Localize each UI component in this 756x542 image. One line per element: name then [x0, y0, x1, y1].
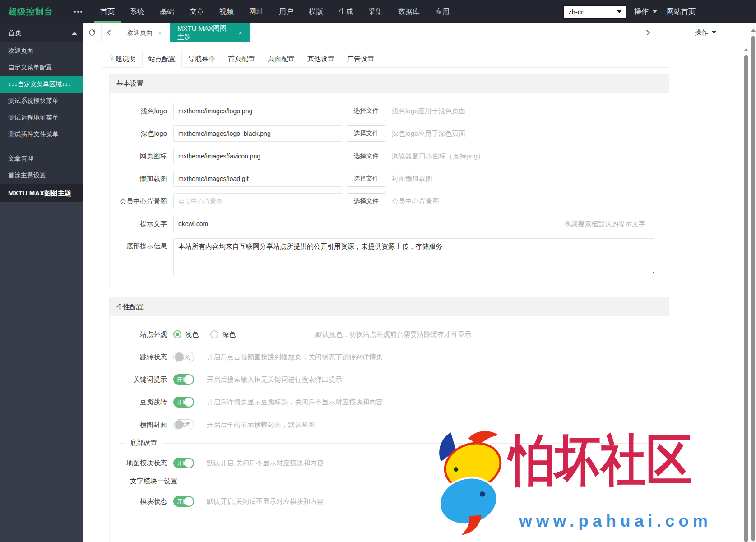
content-tab-ad-settings[interactable]: 广告设置: [341, 50, 380, 68]
forward-button[interactable]: [638, 23, 656, 42]
field-hint: 开启后搜索输入框无关键词进行搜索弹出提示: [207, 375, 342, 384]
choose-file-button[interactable]: 选择文件: [347, 193, 385, 209]
outer-scrollbar[interactable]: [751, 23, 756, 542]
choose-file-button[interactable]: 选择文件: [347, 171, 385, 187]
top-nav-item-system[interactable]: 系统: [122, 0, 152, 23]
jump-state-toggle[interactable]: 关闭: [173, 352, 194, 362]
sidebar-header[interactable]: 首页: [0, 23, 83, 42]
field-label: 跳转状态: [110, 353, 173, 361]
refresh-icon: [88, 28, 96, 37]
light-logo-input[interactable]: [173, 103, 342, 119]
choose-file-button[interactable]: 选择文件: [347, 125, 385, 142]
form-row-appearance: 站点外观 浅色 深色 默认浅色，切换站点外观前台需要清除缓存才可显示: [110, 326, 669, 343]
radio-dark-appearance[interactable]: [210, 330, 218, 338]
horizontal-cover-toggle[interactable]: 关闭: [173, 419, 194, 430]
map-module-toggle[interactable]: 开启: [173, 458, 194, 468]
tab-label: 欢迎页面: [127, 29, 153, 37]
field-label: 关键词提示: [110, 375, 173, 384]
footer-info-textarea[interactable]: 本站所有内容均来自互联网分享站点所提供的公开引用资源，未提供资源上传，存储服务: [173, 238, 654, 276]
caret-down-icon: [653, 10, 657, 13]
field-hint: 开启后全站显示横幅封面，默认竖图: [207, 421, 315, 429]
close-icon[interactable]: ×: [238, 29, 242, 37]
field-label: 网页图标: [110, 152, 173, 161]
tab-welcome-page[interactable]: 欢迎页面 ×: [119, 23, 170, 42]
toggle-knob: [175, 420, 184, 429]
sidebar-item-shoutu-theme[interactable]: 首涂主题设置: [0, 167, 83, 184]
sidebar-item-test-remote-url[interactable]: 测试远程地址菜单: [0, 109, 83, 126]
top-nav-item-basic[interactable]: 基础: [152, 0, 182, 23]
sidebar-item-mxtu-theme[interactable]: MXTU MAX图图主题: [0, 184, 83, 202]
field-label: 横图封面: [110, 421, 173, 429]
sidebar-item-welcome[interactable]: 欢迎页面: [0, 42, 83, 59]
field-hint: 浏览器窗口小图标（支持png）: [392, 152, 484, 161]
top-nav-item-generate[interactable]: 生成: [331, 0, 361, 23]
tabbar-action-dropdown[interactable]: 操作: [695, 23, 716, 42]
member-bg-input[interactable]: [173, 193, 342, 209]
scroll-up-arrow-icon[interactable]: [744, 48, 748, 51]
field-label: 浅色logo: [110, 107, 173, 116]
chevron-down-icon: [617, 10, 621, 13]
back-button[interactable]: [101, 23, 118, 42]
scrollbar-thumb[interactable]: [744, 55, 748, 542]
content-tab-theme-info[interactable]: 主题说明: [102, 50, 142, 68]
sidebar-menu: 欢迎页面 自定义菜单配置 ↓↓↓自定义菜单区域↓↓↓ 测试系统模块菜单 测试远程…: [0, 42, 83, 202]
fieldset-footer-settings: 底部设置: [119, 443, 660, 444]
content-tab-home-config[interactable]: 首页配置: [222, 50, 261, 68]
chevron-left-icon: [107, 30, 113, 36]
sidebar-item-test-system-module[interactable]: 测试系统模块菜单: [0, 93, 83, 109]
sidebar-item-custom-menu-config[interactable]: 自定义菜单配置: [0, 59, 83, 76]
douban-jump-toggle[interactable]: 开启: [173, 397, 194, 408]
top-nav-item-collect[interactable]: 采集: [361, 0, 390, 23]
topbar-action-label: 操作: [634, 7, 649, 17]
chevron-up-icon: [72, 32, 77, 35]
content-tab-site-config[interactable]: 站点配置: [142, 50, 182, 68]
form-row-map-module: 地图模块状态 开启 默认开启,关闭后不显示对应模块和内容: [110, 455, 669, 471]
tab-strip: 欢迎页面 × MXTU MAX图图主题 × 操作: [83, 23, 756, 42]
close-icon[interactable]: ×: [158, 29, 162, 37]
tip-text-input[interactable]: [173, 216, 385, 232]
fieldset-text-module-settings: 文字模块一设置: [119, 482, 660, 482]
field-hint: 会员中心背景图: [392, 197, 439, 206]
content-tab-page-config[interactable]: 页面配置: [261, 50, 301, 68]
tab-mxtu-theme[interactable]: MXTU MAX图图主题 ×: [170, 23, 250, 42]
more-menu-icon[interactable]: [74, 11, 82, 13]
module-state-toggle[interactable]: 开启: [173, 496, 194, 507]
sidebar-item-custom-menu-area[interactable]: ↓↓↓自定义菜单区域↓↓↓: [0, 76, 83, 93]
top-navbar: 超级控制台 首页 系统 基础 文章 视频 网址 用户 模版 生成 采集 数据库 …: [0, 0, 756, 23]
refresh-button[interactable]: [83, 23, 101, 42]
scrollbar-thumb[interactable]: [751, 36, 755, 541]
field-hint: 默认开启,关闭后不显示对应模块和内容: [207, 459, 324, 468]
form-row-module-state: 模块状态 开启 默认开启,关闭后不显示对应模块和内容: [110, 493, 669, 510]
favicon-input[interactable]: [173, 148, 342, 164]
choose-file-button[interactable]: 选择文件: [347, 103, 385, 119]
scroll-up-arrow-icon[interactable]: [751, 29, 756, 32]
top-nav-item-database[interactable]: 数据库: [390, 0, 427, 23]
tabbar-action-label: 操作: [695, 28, 708, 37]
choose-file-button[interactable]: 选择文件: [347, 148, 385, 164]
topbar-action-dropdown[interactable]: 操作: [634, 0, 657, 23]
content-tab-other-settings[interactable]: 其他设置: [301, 50, 341, 68]
lazyload-input[interactable]: [173, 171, 342, 187]
top-nav-item-video[interactable]: 视频: [212, 0, 241, 23]
field-hint: 开启后点击视频直接跳到播放页，关闭状态下跳转到详情页: [207, 353, 383, 361]
toggle-knob: [184, 497, 193, 506]
top-nav-item-app[interactable]: 应用: [427, 0, 457, 23]
content-tabs: 主题说明 站点配置 导航菜单 首页配置 页面配置 其他设置 广告设置: [102, 50, 669, 68]
top-nav-item-url[interactable]: 网址: [241, 0, 271, 23]
field-label: 深色logo: [110, 130, 173, 138]
sidebar-item-article-manage[interactable]: 文章管理: [0, 150, 83, 167]
top-nav-item-template[interactable]: 模版: [301, 0, 331, 23]
site-home-link[interactable]: 网站首页: [667, 0, 696, 23]
form-row-keyword-tip: 关键词提示 开启 开启后搜索输入框无关键词进行搜索弹出提示: [110, 371, 669, 388]
top-nav-item-home[interactable]: 首页: [93, 0, 122, 23]
keyword-tip-toggle[interactable]: 开启: [173, 374, 194, 385]
dark-logo-input[interactable]: [173, 125, 342, 142]
field-label: 懒加载图: [110, 175, 173, 183]
language-select[interactable]: zh-cn: [563, 5, 626, 19]
content-tab-nav-menu[interactable]: 导航菜单: [182, 50, 222, 68]
inner-scrollbar[interactable]: [744, 42, 748, 542]
top-nav-item-article[interactable]: 文章: [182, 0, 212, 23]
radio-light-appearance[interactable]: [173, 330, 181, 338]
sidebar-item-test-plugin-file[interactable]: 测试插件文件菜单: [0, 126, 83, 143]
top-nav-item-user[interactable]: 用户: [271, 0, 301, 23]
